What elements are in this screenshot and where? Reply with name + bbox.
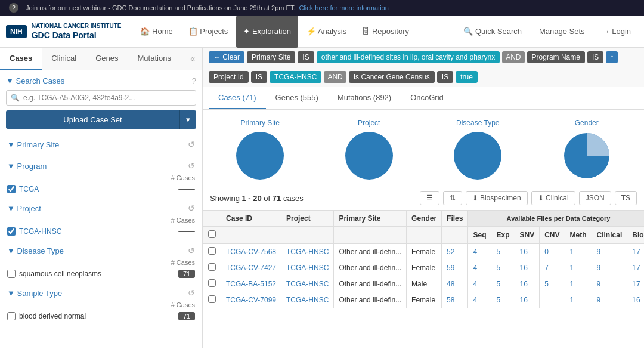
project-link[interactable]: TCGA-HNSC bbox=[286, 280, 329, 288]
case-id-link[interactable]: TCGA-CV-7427 bbox=[226, 264, 276, 272]
select-all-checkbox[interactable] bbox=[208, 230, 216, 238]
bio-link[interactable]: 16 bbox=[632, 296, 640, 304]
files-link[interactable]: 48 bbox=[447, 280, 454, 288]
meth-link[interactable]: 1 bbox=[570, 296, 574, 304]
sidebar-tab-clinical[interactable]: Clinical bbox=[42, 48, 86, 70]
nav-home[interactable]: 🏠 Home bbox=[133, 16, 179, 48]
json-btn[interactable]: JSON bbox=[579, 191, 611, 205]
clinical-link[interactable]: 9 bbox=[597, 280, 601, 288]
col-primary-site[interactable]: Primary Site bbox=[334, 211, 407, 227]
project-link[interactable]: TCGA-HNSC bbox=[286, 296, 329, 304]
clinical-btn[interactable]: ⬇ Clinical bbox=[531, 191, 575, 205]
tsv-btn[interactable]: TS bbox=[615, 191, 637, 205]
nav-manage-sets[interactable]: Manage Sets bbox=[532, 23, 592, 39]
meth-link[interactable]: 1 bbox=[570, 280, 574, 288]
snv-link[interactable]: 16 bbox=[520, 248, 528, 256]
bio-link[interactable]: 17 bbox=[632, 280, 640, 288]
row-checkbox[interactable] bbox=[208, 263, 216, 271]
clinical-link[interactable]: 9 bbox=[597, 264, 601, 272]
facet-program-tcga-checkbox[interactable] bbox=[7, 185, 16, 193]
row-checkbox[interactable] bbox=[208, 295, 216, 303]
col-case-id[interactable]: Case ID bbox=[221, 211, 281, 227]
case-id-link[interactable]: TCGA-CV-7568 bbox=[226, 248, 276, 256]
exp-link[interactable]: 5 bbox=[496, 248, 500, 256]
sidebar-tab-genes[interactable]: Genes bbox=[86, 48, 128, 70]
project-link[interactable]: TCGA-HNSC bbox=[286, 248, 329, 256]
cnv-link[interactable]: 7 bbox=[544, 264, 549, 272]
sub-col-snv[interactable]: SNV bbox=[515, 227, 540, 244]
case-id-link[interactable]: TCGA-CV-7099 bbox=[226, 296, 276, 304]
meth-link[interactable]: 1 bbox=[570, 264, 574, 272]
nav-exploration[interactable]: ✦ Exploration bbox=[236, 16, 298, 48]
facet-project-reset[interactable]: ↺ bbox=[188, 203, 195, 213]
facet-disease-squamous-checkbox[interactable] bbox=[7, 270, 16, 278]
facet-primary-site-header[interactable]: ▼ Primary Site ↺ bbox=[6, 136, 196, 153]
sub-col-cnv[interactable]: CNV bbox=[540, 227, 565, 244]
content-tab-genes[interactable]: Genes (555) bbox=[266, 87, 328, 109]
search-input[interactable] bbox=[6, 90, 196, 106]
upload-case-set-button[interactable]: Upload Case Set bbox=[6, 110, 179, 129]
col-project[interactable]: Project bbox=[281, 211, 334, 227]
nav-quick-search[interactable]: 🔍 Quick Search bbox=[456, 23, 529, 39]
search-cases-help-icon[interactable]: ? bbox=[192, 76, 196, 85]
nav-projects[interactable]: 📋 Projects bbox=[181, 16, 236, 48]
snv-link[interactable]: 16 bbox=[520, 280, 528, 288]
filter-tcga-hnsc-value[interactable]: TCGA-HNSC bbox=[270, 71, 321, 83]
banner-link[interactable]: Click here for more information bbox=[299, 4, 388, 11]
nav-login[interactable]: → Login bbox=[595, 23, 638, 39]
facet-primary-site-reset[interactable]: ↺ bbox=[188, 140, 195, 149]
files-link[interactable]: 52 bbox=[447, 248, 454, 256]
sidebar-tab-cases[interactable]: Cases bbox=[0, 48, 42, 70]
seq-link[interactable]: 4 bbox=[473, 264, 477, 272]
row-checkbox[interactable] bbox=[208, 279, 216, 287]
meth-link[interactable]: 1 bbox=[570, 248, 574, 256]
filter-clear-btn[interactable]: ← Clear bbox=[209, 51, 244, 63]
exp-link[interactable]: 5 bbox=[496, 280, 500, 288]
content-tab-mutations[interactable]: Mutations (892) bbox=[328, 87, 401, 109]
sidebar-collapse-btn[interactable]: « bbox=[183, 48, 202, 70]
sub-col-exp[interactable]: Exp bbox=[491, 227, 515, 244]
exp-link[interactable]: 5 bbox=[496, 264, 500, 272]
filter-primary-site-value[interactable]: other and ill-defined sites in lip, oral… bbox=[317, 51, 500, 63]
biospecimen-btn[interactable]: ⬇ Biospecimen bbox=[466, 191, 528, 205]
facet-project-tcga-hnsc-checkbox[interactable] bbox=[7, 227, 16, 236]
facet-disease-type-reset[interactable]: ↺ bbox=[188, 246, 195, 255]
facet-disease-squamous-label[interactable]: squamous cell neoplasms bbox=[7, 270, 101, 278]
row-checkbox[interactable] bbox=[208, 247, 216, 255]
upload-case-set-dropdown[interactable]: ▾ bbox=[179, 110, 196, 129]
nav-repository[interactable]: 🗄 Repository bbox=[355, 16, 416, 48]
facet-program-header[interactable]: ▼ Program ↺ bbox=[6, 157, 196, 174]
col-gender[interactable]: Gender bbox=[407, 211, 442, 227]
col-files[interactable]: Files bbox=[442, 211, 468, 227]
files-link[interactable]: 58 bbox=[447, 296, 454, 304]
table-view-btn[interactable]: ☰ bbox=[420, 191, 439, 205]
filter-arrow-up-btn[interactable]: ↑ bbox=[606, 51, 618, 63]
sidebar-tab-mutations[interactable]: Mutations bbox=[128, 48, 181, 70]
facet-disease-type-header[interactable]: ▼ Disease Type ↺ bbox=[6, 242, 196, 259]
clinical-link[interactable]: 9 bbox=[597, 296, 601, 304]
files-link[interactable]: 59 bbox=[447, 264, 454, 272]
cnv-link[interactable]: 0 bbox=[544, 248, 549, 256]
facet-program-tcga-label[interactable]: TCGA bbox=[7, 185, 39, 193]
clinical-link[interactable]: 9 bbox=[597, 248, 601, 256]
snv-link[interactable]: 16 bbox=[520, 296, 528, 304]
seq-link[interactable]: 4 bbox=[473, 280, 477, 288]
facet-sample-type-reset[interactable]: ↺ bbox=[188, 288, 195, 298]
sort-btn[interactable]: ⇅ bbox=[443, 191, 462, 205]
content-tab-oncogrid[interactable]: OncoGrid bbox=[401, 87, 453, 109]
project-link[interactable]: TCGA-HNSC bbox=[286, 264, 329, 272]
facet-sample-blood-label[interactable]: blood derived normal bbox=[7, 312, 86, 320]
facet-sample-blood-checkbox[interactable] bbox=[7, 312, 16, 320]
bio-link[interactable]: 17 bbox=[632, 248, 640, 256]
filter-true-value[interactable]: true bbox=[456, 71, 478, 83]
facet-project-tcga-hnsc-label[interactable]: TCGA-HNSC bbox=[7, 227, 61, 236]
sub-col-seq[interactable]: Seq bbox=[468, 227, 491, 244]
facet-sample-type-header[interactable]: ▼ Sample Type ↺ bbox=[6, 285, 196, 301]
content-tab-cases[interactable]: Cases (71) bbox=[209, 87, 266, 109]
facet-project-header[interactable]: ▼ Project ↺ bbox=[6, 200, 196, 217]
sub-col-bio[interactable]: Bio bbox=[627, 227, 644, 244]
snv-link[interactable]: 16 bbox=[520, 264, 528, 272]
facet-program-reset[interactable]: ↺ bbox=[188, 161, 195, 171]
cnv-link[interactable]: 5 bbox=[544, 280, 549, 288]
seq-link[interactable]: 4 bbox=[473, 296, 477, 304]
